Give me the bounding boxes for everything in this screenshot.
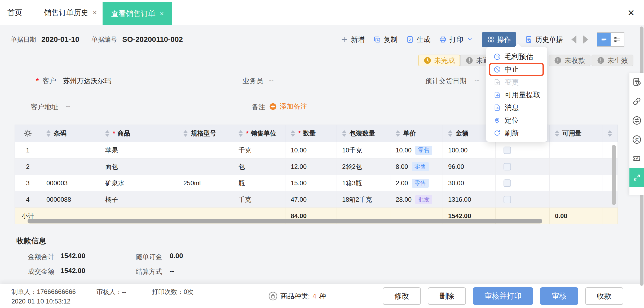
tab-sales-order-history[interactable]: 销售订单历史 × — [44, 0, 97, 25]
list-view-button[interactable] — [597, 33, 611, 46]
table-vertical-scrollbar[interactable] — [612, 145, 616, 205]
close-tab-icon[interactable]: × — [93, 8, 97, 17]
cell-check — [496, 158, 550, 175]
tab-label: 查看销售订单 — [111, 9, 156, 19]
deposit-label: 随单订金 — [136, 252, 162, 261]
customer-value[interactable]: 苏州万达沃尔玛 — [63, 76, 111, 86]
doc-no-value: SO-20200110-002 — [122, 35, 183, 44]
receive-payment-button[interactable]: 收款 — [585, 287, 623, 305]
sort-icon[interactable] — [555, 130, 559, 137]
column-header-extra[interactable] — [602, 125, 618, 142]
svg-text:欠: 欠 — [634, 137, 639, 142]
sort-icon[interactable] — [183, 130, 188, 137]
close-window-icon[interactable]: × — [622, 0, 640, 25]
copy-icon — [373, 36, 381, 43]
cell-product: 苹果 — [100, 142, 178, 158]
audit-button[interactable]: 审核 — [540, 287, 578, 305]
menu-item-locate[interactable]: 定位 — [486, 114, 547, 127]
doc-date-value: 2020-01-10 — [41, 35, 79, 44]
sort-icon[interactable] — [46, 130, 51, 137]
table-row[interactable]: 4 0000088 橘子 千克 47.00 18箱2千克 28.00批发 131… — [15, 191, 618, 208]
chevron-down-icon[interactable] — [466, 36, 473, 43]
money-ticket-icon[interactable]: ¥ — [632, 154, 642, 164]
deposit-value: 0.00 — [170, 252, 183, 260]
price-type-tag[interactable]: 零售 — [415, 146, 432, 155]
menu-item-message[interactable]: 消息 — [486, 101, 547, 114]
action-button[interactable]: 操作 — [482, 32, 516, 47]
audit-and-print-button[interactable]: 审核并打印 — [473, 287, 533, 305]
doc-check-icon — [406, 36, 414, 43]
owe-icon[interactable]: 欠 — [632, 135, 642, 144]
cell-check — [496, 175, 550, 191]
sort-icon[interactable] — [105, 130, 109, 137]
table-row[interactable]: 3 000003 矿泉水 250ml 瓶 15.00 1箱3瓶 2.00零售 3… — [15, 175, 618, 191]
auditor-info: 审核人：-- — [96, 288, 126, 296]
gear-icon — [23, 129, 32, 138]
column-header-price[interactable]: 单价 — [390, 125, 443, 142]
tab-view-sales-order[interactable]: 查看销售订单 × — [103, 2, 172, 25]
row-checkbox[interactable] — [504, 163, 511, 170]
column-header-available[interactable]: 可用量 — [550, 125, 602, 142]
footer-bar: 制单人：17666666666 2020-01-10 10:53:12 审核人：… — [0, 284, 644, 308]
table-row[interactable]: 2 面包 包 12.00 2袋2包 8.00零售 96.00 — [15, 158, 618, 175]
price-type-tag[interactable]: 批发 — [415, 195, 432, 204]
row-checkbox[interactable] — [504, 147, 511, 154]
amount-total-label: 金额合计 — [28, 252, 54, 261]
doc-clock-icon[interactable] — [632, 77, 642, 87]
row-checkbox[interactable] — [504, 196, 511, 203]
record-nav — [571, 36, 588, 43]
sort-icon[interactable] — [608, 130, 612, 137]
price-type-tag[interactable]: 零售 — [412, 162, 429, 171]
cell-barcode: 000003 — [41, 175, 100, 191]
sort-icon[interactable] — [448, 130, 452, 137]
column-header-pack-qty[interactable]: 包装数量 — [337, 125, 390, 142]
sort-icon[interactable] — [342, 130, 346, 137]
table-row[interactable]: 1 苹果 千克 10.00 10千克 10.00零售 100.00 — [15, 142, 618, 158]
sort-icon[interactable] — [239, 130, 243, 137]
column-header-spec[interactable]: 规格型号 — [178, 125, 233, 142]
bag-circle-icon — [268, 291, 278, 301]
cell-unit: 千克 — [233, 142, 285, 158]
modify-button[interactable]: 修改 — [383, 287, 421, 305]
tab-label: 销售订单历史 — [44, 8, 89, 18]
action-dropdown-menu: 毛 毛利预估 中止 变更 可用量提取 消息 定位 刷新 — [486, 47, 547, 142]
price-type-tag[interactable]: 零售 — [412, 179, 429, 188]
menu-item-available-extract[interactable]: 可用量提取 — [486, 89, 547, 101]
row-checkbox[interactable] — [504, 179, 511, 187]
column-header-product[interactable]: *商品 — [100, 125, 178, 142]
tab-home[interactable]: 首页 — [7, 0, 22, 25]
column-settings-button[interactable] — [15, 125, 41, 142]
transfer-icon[interactable] — [632, 116, 642, 125]
close-tab-icon[interactable]: × — [160, 10, 164, 18]
column-header-qty[interactable]: *数量 — [285, 125, 337, 142]
sort-icon[interactable] — [396, 130, 400, 137]
delete-button[interactable]: 删除 — [428, 287, 466, 305]
column-header-barcode[interactable]: 条码 — [41, 125, 100, 142]
plus-circle-icon — [269, 103, 277, 111]
horizontal-scrollbar[interactable] — [28, 219, 542, 223]
history-docs-button[interactable]: 历史单据 — [525, 35, 563, 44]
doc-search-icon — [525, 36, 533, 43]
generate-button[interactable]: 生成 — [406, 35, 430, 44]
expand-panel-button[interactable] — [629, 168, 644, 187]
add-remark-button[interactable]: 添加备注 — [269, 102, 307, 111]
next-record-icon[interactable] — [583, 36, 588, 43]
document-header: 单据日期 2020-01-10 单据编号 SO-20200110-002 新增 … — [11, 31, 624, 48]
sort-icon[interactable] — [291, 130, 295, 137]
print-button[interactable]: 打印 — [439, 35, 463, 44]
cell-check — [496, 142, 550, 158]
link-icon[interactable] — [632, 96, 642, 106]
cell-barcode: 0000088 — [41, 191, 100, 208]
menu-item-refresh[interactable]: 刷新 — [486, 127, 547, 139]
cell-product: 橘子 — [100, 191, 178, 208]
doc-arrow-icon — [493, 91, 501, 99]
column-header-unit[interactable]: *销售单位 — [233, 125, 285, 142]
cell-price: 28.00批发 — [390, 191, 443, 208]
prev-record-icon[interactable] — [571, 36, 576, 43]
menu-item-profit-estimate[interactable]: 毛 毛利预估 — [486, 50, 547, 63]
add-button[interactable]: 新增 — [340, 35, 365, 44]
menu-item-abort[interactable]: 中止 — [486, 63, 547, 76]
detail-view-button[interactable] — [611, 33, 624, 46]
copy-button[interactable]: 复制 — [373, 35, 398, 44]
status-badge-incomplete: 未完成 — [418, 55, 460, 66]
